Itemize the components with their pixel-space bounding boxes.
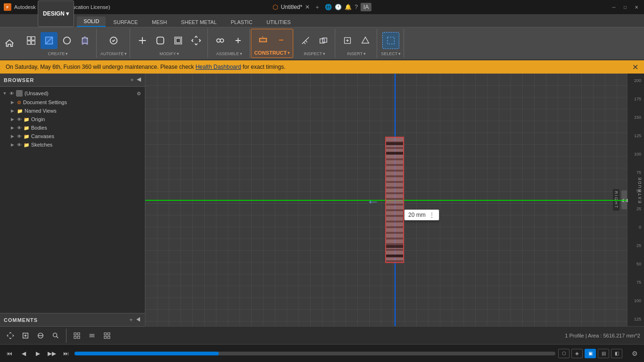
tree-item-sketches[interactable]: ▶ 👁 📁 Sketches (0, 140, 145, 149)
keyframe-icon-5[interactable]: ◧ (611, 349, 622, 358)
automate-label[interactable]: AUTOMATE ▾ (100, 51, 127, 56)
clock-icon[interactable]: 🕐 (335, 4, 342, 10)
push-pull-btn[interactable] (134, 32, 151, 49)
joint-btn[interactable] (212, 32, 229, 49)
zoom-btn[interactable] (49, 329, 62, 342)
keyframe-icon-4[interactable]: ▤ (598, 349, 609, 358)
comments-header[interactable]: COMMENTS ＋ ◀ (0, 313, 145, 327)
insert-svg-btn[interactable] (357, 32, 374, 49)
tab-surface[interactable]: SURFACE (107, 17, 144, 27)
browser-collapse-btn[interactable]: ◀ (137, 76, 141, 84)
tree-arrow-doc-settings[interactable]: ▶ (9, 99, 15, 105)
eye-icon-origin[interactable]: 👁 (17, 117, 22, 122)
comments-collapse-btn[interactable]: ◀ (135, 316, 141, 323)
tree-arrow-origin[interactable]: ▶ (9, 116, 15, 122)
browser-add-btn[interactable]: ＋ (129, 76, 135, 84)
create-form-btn[interactable] (58, 32, 75, 49)
fit-screen-btn[interactable] (19, 329, 32, 342)
tree-arrow-named-views[interactable]: ▶ (9, 108, 15, 114)
design-dropdown[interactable]: DESIGN ▾ (38, 0, 74, 27)
tree-arrow-root[interactable]: ▼ (2, 90, 8, 96)
insert-label[interactable]: INSERT ▾ (347, 51, 366, 56)
tree-item-bodies[interactable]: ▶ 👁 📁 Bodies (0, 123, 145, 132)
as-built-joint-btn[interactable] (230, 32, 247, 49)
tree-arrow-bodies[interactable]: ▶ (9, 125, 15, 131)
modify-label[interactable]: MODIFY ▾ (159, 51, 179, 56)
create-sketch-btn[interactable] (41, 32, 58, 49)
select-label[interactable]: SELECT ▾ (381, 51, 401, 56)
inspect-label[interactable]: INSPECT ▾ (304, 51, 325, 56)
tree-item-origin[interactable]: ▶ 👁 📁 Origin (0, 115, 145, 123)
settings-icon-root[interactable]: ⚙ (137, 91, 141, 96)
view-options-btn[interactable] (100, 329, 114, 342)
anim-next-btn[interactable]: ▶▶ (46, 348, 58, 359)
tree-item-document-settings[interactable]: ▶ ⚙ Document Settings (0, 98, 145, 107)
svg-rect-28 (77, 333, 80, 335)
assemble-label[interactable]: ASSEMBLE ▾ (216, 51, 242, 56)
shell-btn[interactable] (170, 32, 187, 49)
anim-to-end-btn[interactable]: ⏭ (60, 348, 72, 359)
orbit-btn[interactable] (34, 329, 47, 342)
tree-item-named-views[interactable]: ▶ 📁 Named Views (0, 107, 145, 115)
construct-label[interactable]: CONSTRUCT ▾ (254, 50, 290, 56)
extrude-shape (385, 137, 404, 263)
display-settings-btn[interactable] (70, 329, 83, 342)
drag-arrow-handle[interactable]: ← (366, 194, 380, 209)
tab-mesh[interactable]: MESH (145, 17, 173, 27)
svg-rect-27 (74, 333, 76, 335)
animation-settings-gear[interactable]: ⚙ (629, 348, 640, 359)
insert-mesh-btn[interactable] (339, 32, 356, 49)
globe-icon[interactable]: 🌐 (325, 4, 332, 10)
window-controls: ─ □ ✕ (610, 3, 640, 11)
tree-arrow-sketches[interactable]: ▶ (9, 142, 15, 148)
anim-prev-btn[interactable]: ◀ (18, 348, 29, 359)
add-tab-icon[interactable]: ＋ (314, 3, 320, 11)
tree-item-canvases[interactable]: ▶ 👁 📁 Canvases (0, 132, 145, 140)
eye-icon-bodies[interactable]: 👁 (17, 125, 22, 131)
comments-add-btn[interactable]: ＋ (128, 316, 134, 323)
eye-icon-canvases[interactable]: 👁 (17, 134, 22, 139)
tab-plastic[interactable]: PLASTIC (224, 17, 259, 27)
home-button[interactable] (2, 35, 17, 52)
keyframe-icon-2[interactable]: ◈ (571, 349, 583, 358)
automate-btn[interactable] (105, 32, 122, 49)
close-button[interactable]: ✕ (633, 3, 640, 11)
health-dashboard-link[interactable]: Health Dashboard (196, 64, 241, 70)
timeline-bar[interactable] (74, 352, 555, 355)
tree-item-unsaved[interactable]: ▼ 👁 (Unsaved) ⚙ (0, 89, 145, 98)
construct-dash-btn[interactable]: − (272, 32, 289, 49)
maximize-button[interactable]: □ (621, 3, 629, 11)
keyframe-icon-3[interactable]: ▣ (585, 349, 596, 358)
move-copy-btn[interactable] (188, 32, 205, 49)
dim-options-icon[interactable]: ⋮ (429, 211, 435, 219)
measure-btn[interactable] (297, 32, 314, 49)
tab-solid[interactable]: SOLID (77, 16, 106, 27)
dimension-label[interactable]: 20 mm ⋮ (404, 209, 439, 221)
keyframe-icon-1[interactable]: ⬡ (558, 349, 570, 358)
tab-utilities[interactable]: UTILITIES (260, 17, 297, 27)
eye-icon-sketches[interactable]: 👁 (17, 142, 22, 148)
tree-arrow-canvases[interactable]: ▶ (9, 133, 15, 139)
notification-close-button[interactable]: ✕ (632, 63, 638, 72)
automate-group: AUTOMATE ▾ (98, 29, 130, 58)
new-component-btn[interactable] (23, 32, 40, 49)
interference-btn[interactable] (315, 32, 332, 49)
fillet-btn[interactable] (152, 32, 169, 49)
close-tab-icon[interactable]: ✕ (305, 4, 310, 10)
minimize-button[interactable]: ─ (610, 3, 618, 11)
bell-icon[interactable]: 🔔 (345, 4, 352, 10)
offset-plane-btn[interactable] (255, 32, 272, 49)
anim-play-btn[interactable]: ▶ (32, 348, 43, 359)
tab-sheet-metal[interactable]: SHEET METAL (174, 17, 223, 27)
svg-rect-2 (27, 41, 31, 44)
pan-btn[interactable] (4, 329, 17, 342)
select-btn[interactable] (382, 32, 399, 49)
extrude-btn[interactable] (76, 32, 93, 49)
canvas-area[interactable]: ← 20 mm ⋮ 200 175 150 125 100 75 50 25 0… (145, 74, 644, 326)
visibility-icon-root[interactable]: 👁 (9, 91, 14, 96)
anim-to-start-btn[interactable]: ⏮ (4, 348, 15, 359)
user-icon[interactable]: IA (361, 3, 372, 11)
help-icon[interactable]: ? (355, 4, 358, 10)
grid-settings-btn[interactable] (85, 329, 99, 342)
create-label[interactable]: CREATE ▾ (48, 51, 68, 56)
